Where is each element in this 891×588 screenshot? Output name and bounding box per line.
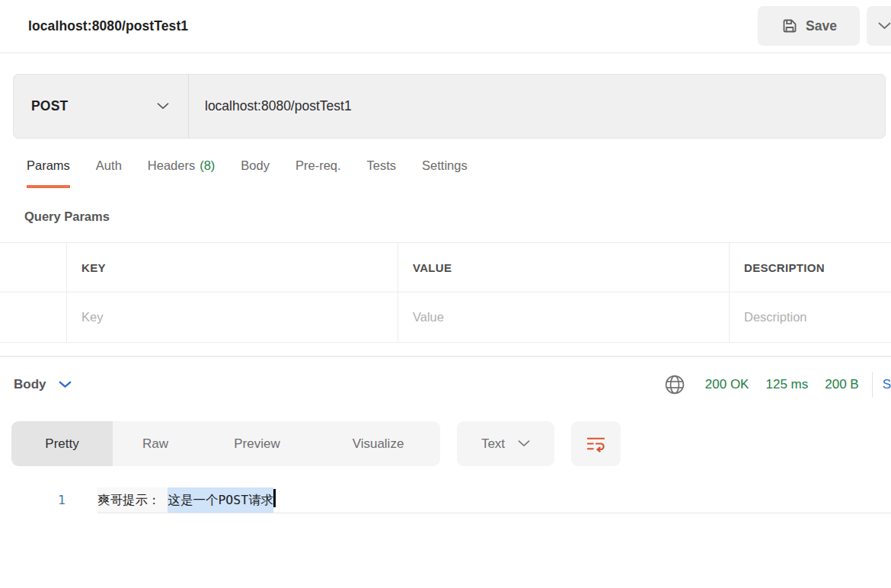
request-url-bar: POST localhost:8080/postTest1 xyxy=(13,74,886,139)
row-select-cell xyxy=(0,243,66,292)
response-body-label: Body xyxy=(14,377,46,392)
tab-tests[interactable]: Tests xyxy=(367,158,397,188)
tab-pre-req[interactable]: Pre-req. xyxy=(295,158,341,188)
description-cell xyxy=(729,292,891,342)
table-row xyxy=(0,292,891,343)
response-body-selector[interactable]: Body xyxy=(14,377,72,392)
view-tab-pretty[interactable]: Pretty xyxy=(11,421,113,466)
chevron-down-icon xyxy=(518,440,530,447)
response-text: 爽哥提示： xyxy=(97,487,168,513)
key-input[interactable] xyxy=(81,310,382,324)
save-response-button[interactable]: S xyxy=(883,377,891,392)
section-divider xyxy=(0,356,891,357)
view-tab-preview[interactable]: Preview xyxy=(198,421,316,466)
tab-label: Settings xyxy=(422,158,468,173)
save-button[interactable]: Save xyxy=(758,6,860,46)
value-cell xyxy=(398,292,729,342)
save-icon xyxy=(781,17,799,35)
column-header-value: VALUE xyxy=(398,243,729,292)
tab-auth[interactable]: Auth xyxy=(96,158,122,188)
query-params-title: Query Params xyxy=(24,209,891,224)
query-params-table: KEY VALUE DESCRIPTION xyxy=(0,242,891,343)
response-text-selected: 这是一个POST请求 xyxy=(168,487,273,513)
request-topbar: localhost:8080/postTest1 Save xyxy=(0,0,891,53)
tab-label: Auth xyxy=(96,158,122,173)
view-tab-raw[interactable]: Raw xyxy=(113,421,198,466)
wrap-text-button[interactable] xyxy=(571,421,621,466)
topbar-actions: Save xyxy=(758,6,891,46)
response-view-tabs: Pretty Raw Preview Visualize xyxy=(11,421,440,466)
response-line[interactable]: 爽哥提示： 这是一个POST请求 xyxy=(97,487,891,513)
response-status[interactable]: 200 OK xyxy=(705,377,749,392)
save-options-button[interactable] xyxy=(867,6,891,46)
view-tab-visualize[interactable]: Visualize xyxy=(316,421,440,466)
tab-label: Body xyxy=(241,158,270,173)
column-header-description: DESCRIPTION xyxy=(729,243,891,292)
chevron-down-icon xyxy=(59,381,72,388)
tab-label: Tests xyxy=(367,158,397,173)
description-input[interactable] xyxy=(744,310,883,324)
url-input[interactable]: localhost:8080/postTest1 xyxy=(189,75,885,138)
request-window: localhost:8080/postTest1 Save xyxy=(0,0,891,588)
request-tabs: Params Auth Headers (8) Body Pre-req. Te… xyxy=(0,158,891,188)
wrap-text-icon xyxy=(586,433,606,454)
value-input[interactable] xyxy=(413,310,713,324)
response-format-dropdown[interactable]: Text xyxy=(457,421,554,466)
key-cell xyxy=(66,292,398,342)
column-header-key: KEY xyxy=(66,243,398,292)
tab-label: Headers xyxy=(148,158,195,173)
response-header: Body 200 OK 125 ms 200 B S xyxy=(0,366,891,402)
request-title: localhost:8080/postTest1 xyxy=(28,18,188,34)
method-label: POST xyxy=(31,98,68,114)
tab-label: Pre-req. xyxy=(295,158,341,173)
save-label: Save xyxy=(806,18,837,34)
text-cursor xyxy=(273,489,276,507)
response-toolbar: Pretty Raw Preview Visualize Text xyxy=(0,421,891,466)
table-header-row: KEY VALUE DESCRIPTION xyxy=(0,243,891,292)
format-label: Text xyxy=(481,436,505,452)
tab-body[interactable]: Body xyxy=(241,158,270,188)
chevron-down-icon xyxy=(878,22,891,30)
response-editor[interactable]: 1 爽哥提示： 这是一个POST请求 xyxy=(0,487,891,513)
response-meta: 200 OK 125 ms 200 B S xyxy=(664,372,891,398)
response-size[interactable]: 200 B xyxy=(825,377,858,392)
method-selector[interactable]: POST xyxy=(14,75,189,138)
tab-label: Params xyxy=(27,158,70,173)
tab-settings[interactable]: Settings xyxy=(422,158,468,188)
headers-count-badge: (8) xyxy=(200,158,215,173)
tab-headers[interactable]: Headers (8) xyxy=(148,158,216,188)
globe-icon[interactable] xyxy=(664,374,685,395)
chevron-down-icon xyxy=(157,103,169,110)
response-time[interactable]: 125 ms xyxy=(765,377,808,392)
line-number: 1 xyxy=(0,487,65,513)
vertical-divider xyxy=(872,372,873,398)
row-select-cell xyxy=(0,292,66,342)
tab-params[interactable]: Params xyxy=(27,158,70,188)
